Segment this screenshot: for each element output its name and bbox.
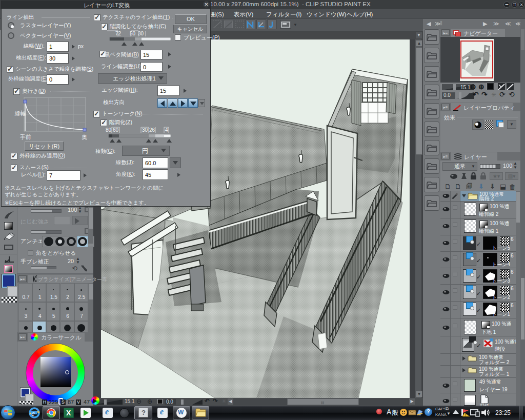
svg-text:4: 4 bbox=[165, 127, 168, 133]
svg-text:30: 30 bbox=[138, 31, 144, 36]
svg-text:e: e bbox=[31, 409, 35, 417]
svg-text:26: 26 bbox=[149, 127, 155, 133]
svg-text:30: 30 bbox=[142, 127, 148, 133]
svg-text:60: 60 bbox=[113, 127, 119, 133]
svg-text:15.1: 15.1 bbox=[460, 85, 471, 90]
svg-text:!: ! bbox=[465, 413, 466, 417]
svg-text:80: 80 bbox=[106, 127, 112, 133]
svg-text:72: 72 bbox=[115, 31, 122, 36]
